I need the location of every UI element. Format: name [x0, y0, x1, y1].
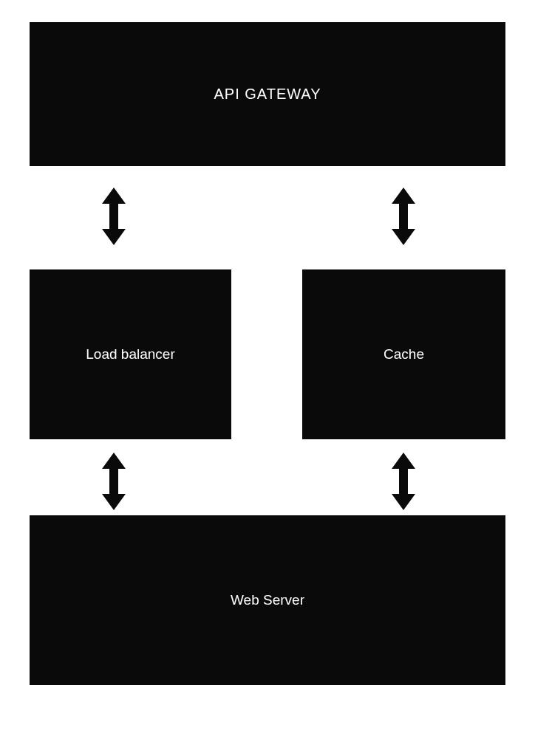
cache-label: Cache	[384, 346, 424, 362]
svg-marker-6	[392, 453, 415, 481]
double-arrow-icon	[386, 188, 421, 245]
load-balancer-label: Load balancer	[86, 346, 174, 362]
load-balancer-block: Load balancer	[30, 269, 231, 439]
svg-marker-2	[392, 188, 415, 216]
api-gateway-label: API GATEWAY	[214, 86, 321, 103]
svg-marker-1	[102, 216, 126, 245]
web-server-label: Web Server	[231, 592, 304, 608]
double-arrow-icon	[386, 453, 421, 510]
svg-marker-3	[392, 216, 415, 245]
svg-marker-0	[102, 188, 126, 216]
svg-marker-7	[392, 481, 415, 510]
double-arrow-icon	[96, 188, 132, 245]
web-server-block: Web Server	[30, 515, 505, 685]
double-arrow-icon	[96, 453, 132, 510]
svg-marker-5	[102, 481, 126, 510]
cache-block: Cache	[302, 269, 505, 439]
svg-marker-4	[102, 453, 126, 481]
api-gateway-block: API GATEWAY	[30, 22, 505, 166]
